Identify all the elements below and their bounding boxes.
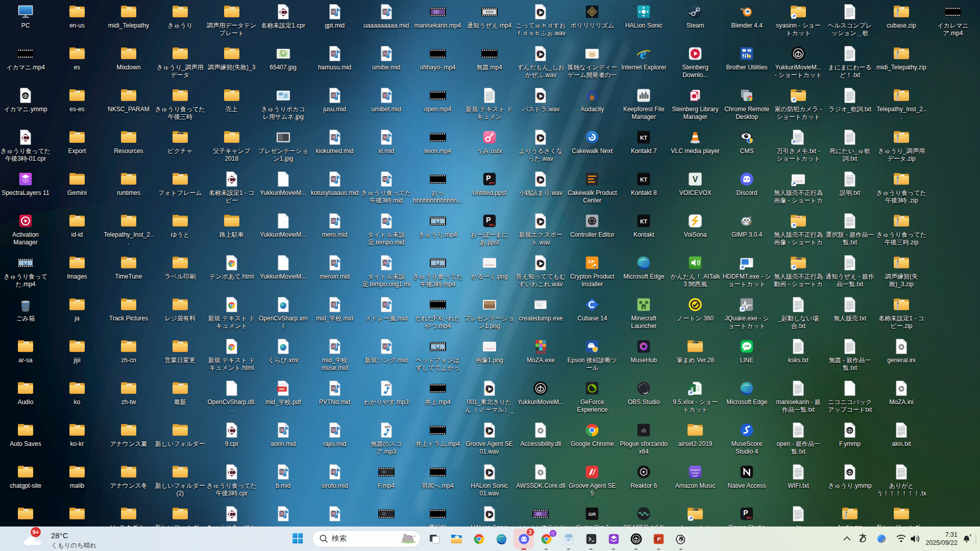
svg-text:7:31: 7:31 [945, 531, 958, 538]
svg-text:z: z [970, 533, 972, 537]
svg-text:2025/09/22: 2025/09/22 [925, 539, 958, 546]
svg-text:検索: 検索 [331, 534, 347, 542]
svg-text:くもりのち晴れ: くもりのち晴れ [51, 542, 96, 549]
svg-text:9+: 9+ [33, 529, 39, 535]
svg-text:28°C: 28°C [51, 531, 68, 540]
